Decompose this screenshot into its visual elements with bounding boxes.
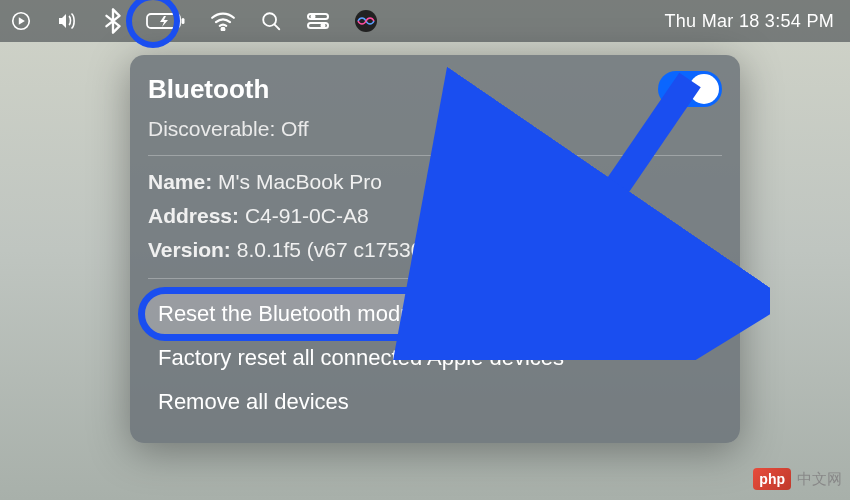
svg-rect-2 [182, 18, 185, 24]
menubar-datetime[interactable]: Thu Mar 18 3:54 PM [665, 11, 834, 32]
bt-version-value: 8.0.1f5 (v67 c17530) [237, 238, 430, 261]
remove-all-devices-item[interactable]: Remove all devices [144, 381, 726, 423]
bt-name-label: Name: [148, 170, 212, 193]
bt-address-label: Address: [148, 204, 239, 227]
factory-reset-label: Factory reset all connected Apple device… [158, 345, 564, 370]
bluetooth-title: Bluetooth [148, 74, 269, 105]
battery-charging-icon[interactable] [146, 11, 186, 31]
bt-name-value: M's MacBook Pro [218, 170, 382, 193]
svg-point-3 [222, 28, 225, 31]
bt-version-row: Version: 8.0.1f5 (v67 c17530) [148, 238, 722, 262]
menu-bar: Thu Mar 18 3:54 PM [0, 0, 850, 42]
bluetooth-header: Bluetooth [148, 71, 722, 107]
svg-point-8 [322, 24, 325, 27]
bluetooth-toggle[interactable] [658, 71, 722, 107]
discoverable-status: Discoverable: Off [148, 117, 722, 141]
factory-reset-item[interactable]: Factory reset all connected Apple device… [144, 337, 726, 379]
wifi-icon[interactable] [210, 11, 236, 31]
siri-icon[interactable] [354, 9, 378, 33]
reset-bluetooth-label: Reset the Bluetooth module [158, 301, 430, 326]
bt-name-row: Name: M's MacBook Pro [148, 170, 722, 194]
divider [148, 155, 722, 156]
divider [148, 278, 722, 279]
bluetooth-icon[interactable] [104, 8, 122, 34]
watermark: php 中文网 [753, 468, 842, 490]
bt-address-value: C4-91-0C-A8 [245, 204, 369, 227]
watermark-text: 中文网 [797, 470, 842, 489]
discoverable-label: Discoverable: [148, 117, 275, 140]
watermark-logo: php [753, 468, 791, 490]
control-center-icon[interactable] [306, 12, 330, 30]
volume-icon[interactable] [56, 11, 80, 31]
discoverable-value: Off [281, 117, 309, 140]
play-circle-icon[interactable] [10, 10, 32, 32]
reset-bluetooth-module-item[interactable]: Reset the Bluetooth module [144, 293, 726, 335]
toggle-knob [689, 74, 719, 104]
svg-point-6 [312, 15, 315, 18]
search-icon[interactable] [260, 10, 282, 32]
remove-all-label: Remove all devices [158, 389, 349, 414]
bt-version-label: Version: [148, 238, 231, 261]
bt-address-row: Address: C4-91-0C-A8 [148, 204, 722, 228]
bluetooth-panel: Bluetooth Discoverable: Off Name: M's Ma… [130, 55, 740, 443]
